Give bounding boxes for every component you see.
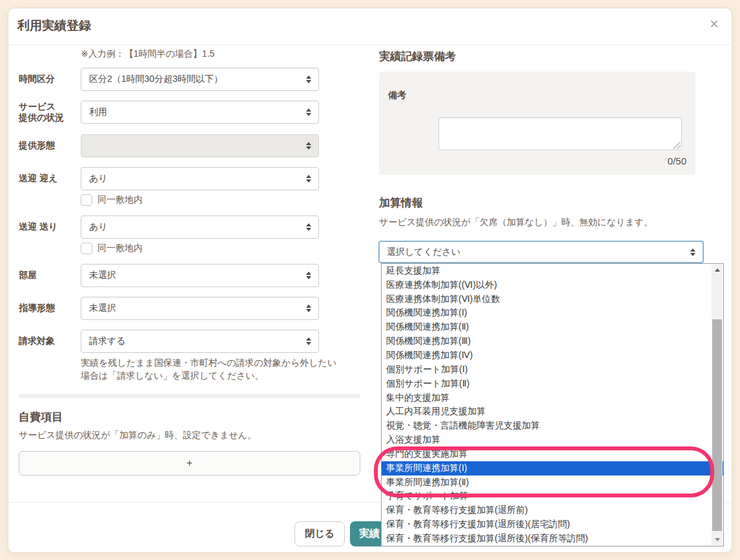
dropoff-select[interactable]: あり [81, 215, 319, 239]
field-label: 部屋 [19, 264, 79, 287]
select-value: あり [89, 221, 108, 233]
dropdown-option[interactable]: 保育・教育等移行支援加算(退所前) [382, 503, 723, 517]
updown-arrows-icon [306, 305, 311, 312]
updown-arrows-icon [306, 175, 311, 183]
scroll-down-button[interactable] [712, 534, 723, 545]
dropdown-option[interactable]: 保育・教育等移行支援加算(退所後)(保育所等訪問) [382, 532, 723, 546]
dropdown-option[interactable]: 関係機関連携加算(Ⅳ) [382, 348, 723, 363]
select-value: 選択してください [387, 246, 460, 258]
updown-arrows-icon [690, 248, 695, 256]
remarks-textarea[interactable] [438, 117, 682, 150]
dropdown-option-selected[interactable]: 事業所間連携加算(Ⅰ) [382, 461, 723, 475]
dropdown-option[interactable]: 子育てサポート加算 [382, 490, 723, 504]
billing-target-select[interactable]: 請求する [81, 330, 319, 353]
add-self-expense-button[interactable]: + [19, 451, 360, 475]
updown-arrows-icon [306, 108, 311, 116]
dropdown-option[interactable]: 関係機関連携加算(Ⅱ) [382, 320, 723, 334]
select-value: あり [89, 173, 108, 185]
pickup-same-premises-row: 同一敷地内 [81, 194, 143, 206]
dropdown-scrollbar[interactable] [712, 265, 723, 545]
pickup-select[interactable]: あり [81, 167, 319, 190]
input-example-note: ※入力例：【1時間半の場合】1.5 [81, 48, 214, 60]
dropdown-option[interactable]: 専門的支援実施加算 [382, 447, 723, 461]
same-premises-checkbox[interactable] [81, 243, 92, 254]
kasan-heading: 加算情報 [379, 195, 423, 210]
dropdown-option[interactable]: 視覚・聴覚・言語機能障害児支援加算 [382, 419, 723, 433]
updown-arrows-icon [306, 223, 311, 231]
close-icon[interactable]: × [710, 16, 719, 32]
self-expense-note: サービス提供の状況が「加算のみ」時、設定できません。 [19, 430, 256, 441]
same-premises-checkbox[interactable] [81, 194, 92, 206]
updown-arrows-icon [306, 142, 311, 150]
scroll-up-icon [715, 268, 720, 272]
guidance-form-select[interactable]: 未選択 [81, 297, 319, 320]
select-value: 利用 [89, 106, 107, 118]
updown-arrows-icon [306, 75, 311, 83]
dropdown-option[interactable]: 関係機関連携加算(Ⅰ) [382, 306, 723, 321]
dropdown-option[interactable]: 個別サポート加算(Ⅱ) [382, 377, 723, 391]
room-select[interactable]: 未選択 [81, 264, 319, 287]
dropdown-option[interactable]: 延長支援加算 [382, 264, 723, 278]
dropdown-option[interactable]: 個別サポート加算(Ⅰ) [382, 363, 723, 377]
select-value: 未選択 [89, 303, 116, 314]
kasan-select[interactable]: 選択してください [378, 241, 704, 263]
scroll-thumb[interactable] [712, 319, 722, 531]
field-label: 指導形態 [19, 297, 79, 320]
field-label: 請求対象 [19, 330, 79, 353]
field-label: 送迎 送り [19, 215, 79, 239]
char-counter: 0/50 [668, 155, 686, 166]
time-category-select[interactable]: 区分2（1時間30分超3時間以下） [81, 68, 319, 91]
remarks-textarea-wrapper [438, 117, 682, 150]
dropdown-option[interactable]: 保育・教育等移行支援加算(退所後)(居宅訪問) [382, 517, 723, 532]
dropdown-option[interactable]: 入浴支援加算 [382, 433, 723, 447]
usage-record-modal: 利用実績登録 × ※入力例：【1時間半の場合】1.5 時間区分 区分2（1時間3… [8, 8, 732, 553]
section-divider [19, 394, 360, 398]
kasan-note: サービス提供の状況が「欠席（加算なし）」時、無効になります。 [379, 217, 653, 228]
kasan-dropdown-list: 延長支援加算 医療連携体制加算((Ⅵ)以外) 医療連携体制加算(Ⅵ)単位数 関係… [381, 263, 724, 546]
scroll-down-icon [715, 538, 720, 541]
field-label: 送迎 迎え [19, 167, 79, 190]
record-note-heading: 実績記録票備考 [379, 49, 456, 64]
dropdown-option[interactable]: 医療連携体制加算(Ⅵ)単位数 [382, 292, 723, 306]
dropdown-option[interactable]: 集中的支援加算 [382, 391, 723, 405]
select-value: 請求する [89, 335, 126, 347]
provision-form-select [81, 134, 319, 157]
dropdown-option[interactable]: 事業所間連携加算(Ⅱ) [382, 475, 723, 490]
page-background: { "colors": { "page_bg": "#F9EEDD", "mod… [0, 0, 740, 560]
page-title: 利用実績登録 [17, 17, 91, 34]
dropoff-same-premises-row: 同一敷地内 [81, 243, 143, 254]
field-label: 時間区分 [19, 68, 79, 91]
service-status-select[interactable]: 利用 [81, 101, 319, 124]
checkbox-label: 同一敷地内 [98, 194, 143, 206]
dropdown-option[interactable]: 医療連携体制加算((Ⅵ)以外) [382, 278, 723, 292]
dropdown-option[interactable]: 関係機関連携加算(Ⅲ) [382, 334, 723, 348]
billing-note: 実績を残したまま国保連・市町村への請求の対象から外したい場合は「請求しない」を選… [81, 356, 338, 383]
checkbox-label: 同一敷地内 [98, 243, 143, 254]
select-value: 区分2（1時間30分超3時間以下） [89, 74, 223, 85]
dropdown-option[interactable]: 人工内耳装用児支援加算 [382, 405, 723, 419]
updown-arrows-icon [306, 272, 311, 279]
header-divider [8, 45, 732, 45]
remarks-label: 備考 [388, 90, 406, 101]
remarks-panel: 備考 0/50 [379, 72, 695, 175]
updown-arrows-icon [306, 337, 311, 345]
field-label: 提供形態 [19, 134, 79, 157]
self-expense-heading: 自費項目 [19, 410, 63, 425]
field-label: サービス 提供の状況 [19, 101, 79, 124]
close-button[interactable]: 閉じる [294, 521, 345, 546]
scroll-up-button[interactable] [712, 265, 723, 275]
select-value: 未選択 [89, 270, 116, 281]
